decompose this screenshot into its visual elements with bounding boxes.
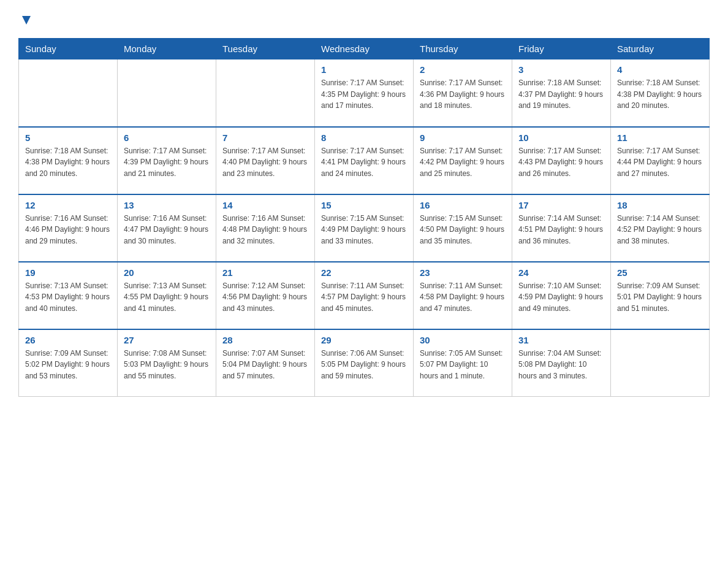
day-info: Sunrise: 7:17 AM Sunset: 4:41 PM Dayligh…	[321, 145, 407, 180]
calendar-day-cell: 22Sunrise: 7:11 AM Sunset: 4:57 PM Dayli…	[315, 262, 414, 329]
day-info: Sunrise: 7:17 AM Sunset: 4:40 PM Dayligh…	[222, 145, 308, 180]
calendar-day-cell: 20Sunrise: 7:13 AM Sunset: 4:55 PM Dayli…	[118, 262, 216, 329]
calendar-day-cell: 4Sunrise: 7:18 AM Sunset: 4:38 PM Daylig…	[611, 59, 710, 127]
day-number: 30	[420, 335, 506, 345]
calendar-day-cell: 17Sunrise: 7:14 AM Sunset: 4:51 PM Dayli…	[512, 194, 611, 262]
calendar-day-cell: 23Sunrise: 7:11 AM Sunset: 4:58 PM Dayli…	[414, 262, 512, 329]
logo-triangle-icon	[20, 13, 33, 27]
day-info: Sunrise: 7:05 AM Sunset: 5:07 PM Dayligh…	[420, 348, 506, 382]
day-number: 15	[321, 200, 407, 210]
day-number: 10	[518, 132, 604, 143]
calendar-day-cell: 2Sunrise: 7:17 AM Sunset: 4:36 PM Daylig…	[414, 59, 512, 127]
day-info: Sunrise: 7:14 AM Sunset: 4:51 PM Dayligh…	[518, 213, 604, 247]
calendar-day-cell: 29Sunrise: 7:06 AM Sunset: 5:05 PM Dayli…	[315, 329, 414, 397]
calendar-week-row: 1Sunrise: 7:17 AM Sunset: 4:35 PM Daylig…	[19, 59, 710, 127]
calendar-day-cell	[216, 59, 315, 127]
calendar-day-cell: 14Sunrise: 7:16 AM Sunset: 4:48 PM Dayli…	[216, 194, 315, 262]
page-header	[18, 12, 710, 27]
column-header-saturday: Saturday	[611, 39, 710, 59]
day-number: 25	[617, 267, 703, 278]
day-number: 6	[124, 132, 210, 143]
calendar-day-cell: 18Sunrise: 7:14 AM Sunset: 4:52 PM Dayli…	[611, 194, 710, 262]
day-number: 4	[617, 64, 703, 75]
logo-icon	[18, 12, 33, 27]
day-info: Sunrise: 7:09 AM Sunset: 5:02 PM Dayligh…	[25, 348, 111, 382]
day-info: Sunrise: 7:17 AM Sunset: 4:36 PM Dayligh…	[420, 77, 506, 112]
day-info: Sunrise: 7:16 AM Sunset: 4:48 PM Dayligh…	[222, 213, 308, 247]
day-number: 24	[518, 267, 604, 278]
day-number: 18	[617, 200, 703, 210]
day-number: 14	[222, 200, 308, 210]
calendar-day-cell: 25Sunrise: 7:09 AM Sunset: 5:01 PM Dayli…	[611, 262, 710, 329]
calendar-table: SundayMondayTuesdayWednesdayThursdayFrid…	[18, 38, 710, 397]
day-number: 12	[25, 200, 111, 210]
day-number: 1	[321, 64, 407, 75]
day-info: Sunrise: 7:15 AM Sunset: 4:49 PM Dayligh…	[321, 213, 407, 247]
column-header-thursday: Thursday	[414, 39, 512, 59]
calendar-week-row: 19Sunrise: 7:13 AM Sunset: 4:53 PM Dayli…	[19, 262, 710, 329]
day-info: Sunrise: 7:14 AM Sunset: 4:52 PM Dayligh…	[617, 213, 703, 247]
day-number: 31	[518, 335, 604, 345]
day-number: 5	[25, 132, 111, 143]
day-info: Sunrise: 7:09 AM Sunset: 5:01 PM Dayligh…	[617, 280, 703, 315]
calendar-day-cell: 9Sunrise: 7:17 AM Sunset: 4:42 PM Daylig…	[414, 127, 512, 194]
day-info: Sunrise: 7:15 AM Sunset: 4:50 PM Dayligh…	[420, 213, 506, 247]
calendar-week-row: 12Sunrise: 7:16 AM Sunset: 4:46 PM Dayli…	[19, 194, 710, 262]
calendar-day-cell: 10Sunrise: 7:17 AM Sunset: 4:43 PM Dayli…	[512, 127, 611, 194]
day-info: Sunrise: 7:11 AM Sunset: 4:58 PM Dayligh…	[420, 280, 506, 315]
calendar-day-cell: 24Sunrise: 7:10 AM Sunset: 4:59 PM Dayli…	[512, 262, 611, 329]
day-number: 20	[124, 267, 210, 278]
calendar-week-row: 5Sunrise: 7:18 AM Sunset: 4:38 PM Daylig…	[19, 127, 710, 194]
day-number: 17	[518, 200, 604, 210]
calendar-day-cell	[19, 59, 118, 127]
calendar-day-cell: 5Sunrise: 7:18 AM Sunset: 4:38 PM Daylig…	[19, 127, 118, 194]
day-info: Sunrise: 7:13 AM Sunset: 4:53 PM Dayligh…	[25, 280, 111, 315]
calendar-day-cell: 30Sunrise: 7:05 AM Sunset: 5:07 PM Dayli…	[414, 329, 512, 397]
day-info: Sunrise: 7:18 AM Sunset: 4:38 PM Dayligh…	[617, 77, 703, 112]
svg-marker-0	[22, 16, 31, 25]
day-number: 28	[222, 335, 308, 345]
calendar-day-cell: 27Sunrise: 7:08 AM Sunset: 5:03 PM Dayli…	[118, 329, 216, 397]
day-number: 26	[25, 335, 111, 345]
column-header-tuesday: Tuesday	[216, 39, 315, 59]
day-info: Sunrise: 7:04 AM Sunset: 5:08 PM Dayligh…	[518, 348, 604, 382]
day-info: Sunrise: 7:17 AM Sunset: 4:39 PM Dayligh…	[124, 145, 210, 180]
calendar-day-cell: 28Sunrise: 7:07 AM Sunset: 5:04 PM Dayli…	[216, 329, 315, 397]
day-info: Sunrise: 7:17 AM Sunset: 4:35 PM Dayligh…	[321, 77, 407, 112]
calendar-day-cell: 16Sunrise: 7:15 AM Sunset: 4:50 PM Dayli…	[414, 194, 512, 262]
day-info: Sunrise: 7:10 AM Sunset: 4:59 PM Dayligh…	[518, 280, 604, 315]
calendar-day-cell: 26Sunrise: 7:09 AM Sunset: 5:02 PM Dayli…	[19, 329, 118, 397]
day-number: 3	[518, 64, 604, 75]
day-info: Sunrise: 7:16 AM Sunset: 4:46 PM Dayligh…	[25, 213, 111, 247]
calendar-day-cell: 31Sunrise: 7:04 AM Sunset: 5:08 PM Dayli…	[512, 329, 611, 397]
calendar-day-cell: 6Sunrise: 7:17 AM Sunset: 4:39 PM Daylig…	[118, 127, 216, 194]
day-info: Sunrise: 7:17 AM Sunset: 4:43 PM Dayligh…	[518, 145, 604, 180]
day-info: Sunrise: 7:11 AM Sunset: 4:57 PM Dayligh…	[321, 280, 407, 315]
day-number: 13	[124, 200, 210, 210]
day-number: 27	[124, 335, 210, 345]
day-number: 19	[25, 267, 111, 278]
calendar-day-cell: 13Sunrise: 7:16 AM Sunset: 4:47 PM Dayli…	[118, 194, 216, 262]
column-header-wednesday: Wednesday	[315, 39, 414, 59]
day-number: 23	[420, 267, 506, 278]
day-number: 9	[420, 132, 506, 143]
day-number: 21	[222, 267, 308, 278]
calendar-day-cell: 21Sunrise: 7:12 AM Sunset: 4:56 PM Dayli…	[216, 262, 315, 329]
day-info: Sunrise: 7:08 AM Sunset: 5:03 PM Dayligh…	[124, 348, 210, 382]
calendar-day-cell	[118, 59, 216, 127]
calendar-day-cell: 19Sunrise: 7:13 AM Sunset: 4:53 PM Dayli…	[19, 262, 118, 329]
logo	[18, 12, 33, 27]
day-number: 11	[617, 132, 703, 143]
calendar-header-row: SundayMondayTuesdayWednesdayThursdayFrid…	[19, 39, 710, 59]
day-info: Sunrise: 7:06 AM Sunset: 5:05 PM Dayligh…	[321, 348, 407, 382]
column-header-sunday: Sunday	[19, 39, 118, 59]
calendar-day-cell: 3Sunrise: 7:18 AM Sunset: 4:37 PM Daylig…	[512, 59, 611, 127]
day-info: Sunrise: 7:16 AM Sunset: 4:47 PM Dayligh…	[124, 213, 210, 247]
day-info: Sunrise: 7:17 AM Sunset: 4:44 PM Dayligh…	[617, 145, 703, 180]
day-info: Sunrise: 7:18 AM Sunset: 4:38 PM Dayligh…	[25, 145, 111, 180]
day-info: Sunrise: 7:17 AM Sunset: 4:42 PM Dayligh…	[420, 145, 506, 180]
day-number: 7	[222, 132, 308, 143]
day-info: Sunrise: 7:18 AM Sunset: 4:37 PM Dayligh…	[518, 77, 604, 112]
day-number: 2	[420, 64, 506, 75]
day-info: Sunrise: 7:12 AM Sunset: 4:56 PM Dayligh…	[222, 280, 308, 315]
